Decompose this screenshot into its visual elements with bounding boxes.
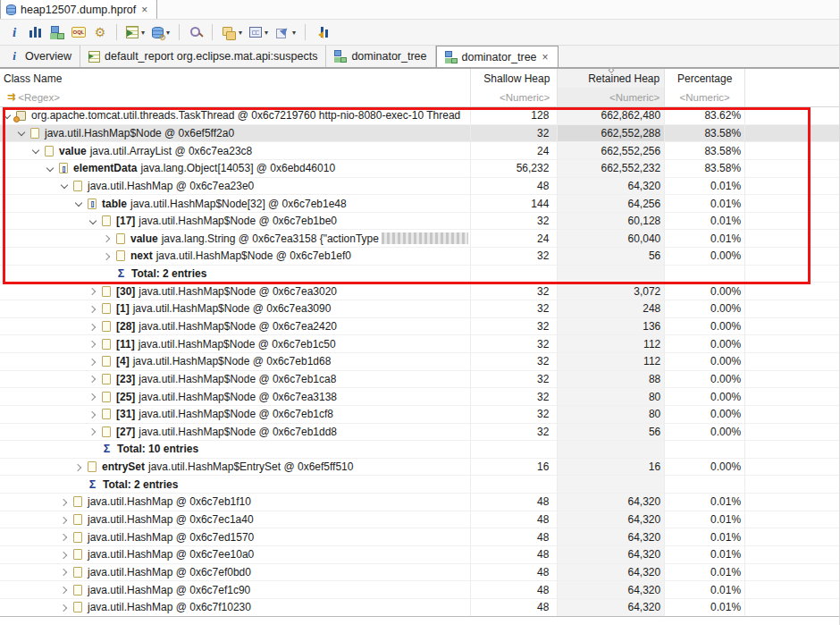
tree-row[interactable]: entrySetjava.util.HashMap$EntrySet @ 0x6…	[0, 459, 839, 477]
filter-placeholder: <Numeric>	[680, 92, 730, 103]
expand-icon[interactable]	[104, 234, 112, 242]
tree-row[interactable]: Total: 10 entries	[0, 441, 839, 459]
expand-icon[interactable]	[61, 551, 69, 559]
find-button[interactable]	[186, 23, 206, 41]
dropdown-arrow-icon[interactable]: ▾	[166, 29, 170, 37]
tree-row[interactable]: java.util.HashMap @ 0x6c7f102304864,3200…	[0, 599, 839, 617]
customize-gear-button[interactable]	[90, 23, 110, 41]
expand-icon[interactable]	[61, 498, 69, 506]
filter-class-name[interactable]: ⇉ <Regex>	[0, 88, 471, 106]
object-label: java.util.HashMap @ 0x6c7ef0bd0	[88, 566, 251, 579]
column-header-retained-heap[interactable]: Retained Heap	[558, 69, 665, 88]
field-name: value	[59, 145, 87, 157]
expand-icon[interactable]	[89, 340, 97, 348]
tree-row[interactable]: java.util.HashMap @ 0x6c7ef0bd04864,3200…	[0, 564, 839, 582]
object-label: java.util.HashMap @ 0x6c7ec1a40	[88, 513, 254, 526]
query-browser-button[interactable]: ▾	[123, 24, 147, 40]
tree-row[interactable]: [11]java.util.HashMap$Node @ 0x6c7eb1c50…	[0, 335, 839, 353]
dropdown-arrow-icon[interactable]: ▾	[292, 29, 296, 37]
heap-dump-button[interactable]: ▾	[149, 25, 172, 40]
filter-percentage[interactable]: <Numeric>	[665, 88, 745, 106]
dropdown-arrow-icon[interactable]: ▾	[265, 29, 268, 37]
calculator-button[interactable]: ▾	[247, 25, 271, 39]
expand-icon[interactable]	[89, 287, 97, 295]
tree-row[interactable]: java.util.HashMap @ 0x6c7ee10a04864,3200…	[0, 546, 839, 564]
expand-icon[interactable]	[61, 533, 69, 541]
export-button[interactable]: ▾	[273, 23, 298, 41]
tree-row[interactable]: tablejava.util.HashMap$Node[32] @ 0x6c7e…	[0, 195, 839, 213]
collapse-icon[interactable]	[75, 199, 83, 207]
tree-row[interactable]: valuejava.lang.String @ 0x6c7ea3158 {"ac…	[0, 230, 839, 248]
tree-row[interactable]: [25]java.util.HashMap$Node @ 0x6c7ea3138…	[0, 388, 839, 406]
collapse-icon[interactable]	[61, 182, 69, 190]
shallow-heap-cell: 16	[471, 459, 558, 477]
expand-icon[interactable]	[89, 375, 97, 383]
collapse-icon[interactable]	[89, 217, 97, 225]
expand-icon[interactable]	[75, 463, 83, 471]
expand-icon[interactable]	[61, 586, 69, 594]
retained-heap-cell: 64,256	[558, 195, 665, 213]
tree-row[interactable]: [1]java.util.HashMap$Node @ 0x6c7ea30903…	[0, 300, 839, 318]
retained-heap-cell: 64,320	[558, 511, 665, 529]
view-tab-dominator_tree[interactable]: dominator_tree×	[436, 46, 559, 67]
column-header-shallow-heap[interactable]: Shallow Heap	[471, 69, 558, 88]
expand-icon[interactable]	[89, 358, 97, 366]
column-header-percentage[interactable]: Percentage	[665, 69, 745, 88]
expand-icon[interactable]	[61, 604, 69, 612]
collapse-icon[interactable]	[4, 112, 12, 120]
tree-row[interactable]: [30]java.util.HashMap$Node @ 0x6c7ea3020…	[0, 283, 839, 300]
tree-row[interactable]: java.util.HashMap @ 0x6c7ec1a404864,3200…	[0, 511, 839, 529]
collapse-icon[interactable]	[32, 147, 40, 155]
tree-row[interactable]: java.util.HashMap$Node @ 0x6ef5ff2a03266…	[0, 125, 839, 143]
tree-row[interactable]: java.util.HashMap @ 0x6c7ed15704864,3200…	[0, 528, 839, 546]
oql-button[interactable]: OQL	[69, 25, 88, 39]
column-header-class-name[interactable]: Class Name	[0, 69, 471, 88]
expand-icon[interactable]	[89, 393, 97, 401]
histogram-button[interactable]	[26, 23, 46, 41]
tree-row[interactable]: valuejava.util.ArrayList @ 0x6c7ea23c824…	[0, 142, 839, 160]
collapse-icon[interactable]	[18, 129, 26, 137]
tree-row[interactable]: [17]java.util.HashMap$Node @ 0x6c7eb1be0…	[0, 213, 839, 231]
dropdown-arrow-icon[interactable]: ▾	[239, 29, 242, 37]
tree-row[interactable]: java.util.HashMap @ 0x6c7ef1c904864,3200…	[0, 581, 839, 599]
close-icon[interactable]: ×	[140, 5, 148, 14]
compare-button[interactable]	[312, 23, 332, 41]
heap-dump-icon	[152, 27, 164, 38]
expand-icon[interactable]	[61, 516, 69, 524]
tree-row[interactable]: nextjava.util.HashMap$Node @ 0x6c7eb1ef0…	[0, 248, 839, 266]
view-tab-default_report[interactable]: default_report org.eclipse.mat.api:suspe…	[80, 46, 326, 67]
tree-row[interactable]: [27]java.util.HashMap$Node @ 0x6c7eb1dd8…	[0, 424, 839, 442]
tree-row[interactable]: java.util.HashMap @ 0x6c7ea23e04864,3200…	[0, 178, 839, 196]
expand-icon[interactable]	[89, 410, 97, 418]
filter-retained-heap[interactable]: <Numeric>	[558, 88, 665, 106]
expand-icon[interactable]	[104, 252, 112, 260]
collapse-icon[interactable]	[46, 165, 55, 173]
tree-row[interactable]: java.util.HashMap @ 0x6c7eb1f104864,3200…	[0, 494, 839, 511]
tree-row[interactable]: elementDatajava.lang.Object[14053] @ 0x6…	[0, 160, 839, 178]
shallow-heap-cell: 32	[471, 353, 558, 371]
expand-icon[interactable]	[61, 568, 69, 576]
filter-shallow-heap[interactable]: <Numeric>	[471, 88, 558, 106]
tree-row[interactable]: Total: 2 entries	[0, 266, 839, 283]
tree-row[interactable]: [28]java.util.HashMap$Node @ 0x6c7ea2420…	[0, 318, 839, 336]
object-label: java.util.HashMap$EntrySet @ 0x6ef5ff510	[148, 460, 353, 473]
grouping-button[interactable]: ▾	[219, 23, 245, 41]
editor-tab-heap-dump[interactable]: heap12507.dump.hprof ×	[0, 0, 157, 19]
overview-info-button[interactable]	[4, 23, 24, 41]
tree-row[interactable]: [31]java.util.HashMap$Node @ 0x6c7eb1cf8…	[0, 406, 839, 424]
tree-row[interactable]: Total: 2 entries	[0, 476, 839, 494]
dominator-tree-button[interactable]	[47, 23, 67, 41]
expand-icon[interactable]	[89, 323, 97, 331]
close-icon[interactable]: ×	[542, 53, 550, 62]
object-label: java.util.HashMap @ 0x6c7eb1f10	[88, 495, 251, 508]
tree-row[interactable]: org.apache.tomcat.util.threads.TaskThrea…	[0, 107, 839, 125]
shallow-heap-cell: 32	[471, 406, 558, 424]
thread-icon	[16, 111, 26, 121]
view-tab-dominator_tree[interactable]: dominator_tree	[326, 46, 435, 67]
tree-row[interactable]: [4]java.util.HashMap$Node @ 0x6c7eb1d683…	[0, 353, 839, 371]
dropdown-arrow-icon[interactable]: ▾	[141, 29, 145, 37]
view-tab-overview[interactable]: Overview	[0, 46, 80, 67]
expand-icon[interactable]	[89, 427, 97, 435]
tree-row[interactable]: [23]java.util.HashMap$Node @ 0x6c7eb1ca8…	[0, 371, 839, 389]
expand-icon[interactable]	[89, 305, 97, 313]
